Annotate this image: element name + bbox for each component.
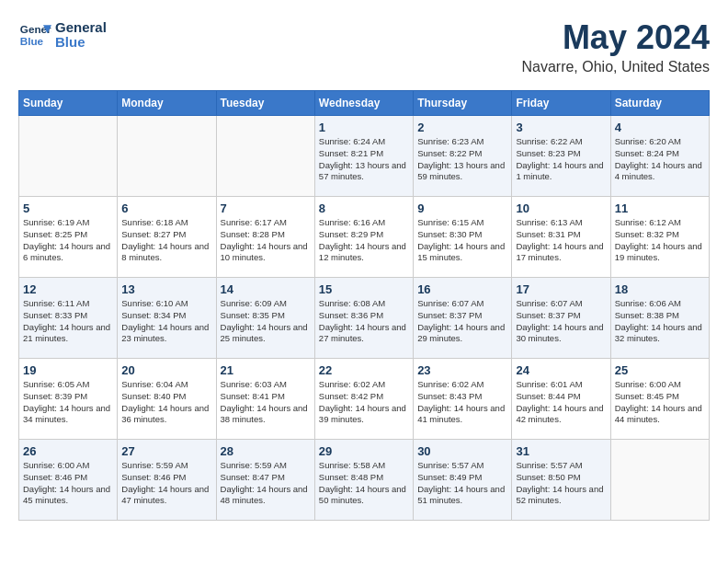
weekday-header-monday: Monday (118, 91, 216, 116)
cell-info: Sunrise: 5:58 AMSunset: 8:48 PMDaylight:… (319, 460, 406, 505)
title-block: May 2024 Navarre, Ohio, United States (521, 18, 710, 75)
calendar-cell: 8 Sunrise: 6:16 AMSunset: 8:29 PMDayligh… (314, 197, 413, 278)
cell-info: Sunrise: 6:09 AMSunset: 8:35 PMDaylight:… (221, 298, 308, 343)
calendar-cell: 23 Sunrise: 6:02 AMSunset: 8:43 PMDaylig… (414, 359, 512, 440)
cell-info: Sunrise: 6:12 AMSunset: 8:32 PMDaylight:… (615, 217, 702, 262)
page-header: General Blue General Blue May 2024 Navar… (18, 18, 710, 75)
day-number: 3 (516, 121, 606, 134)
day-number: 4 (615, 121, 705, 134)
svg-text:Blue: Blue (20, 35, 44, 47)
calendar-week-row: 5 Sunrise: 6:19 AMSunset: 8:25 PMDayligh… (19, 197, 710, 278)
calendar-cell (610, 440, 709, 521)
calendar-cell: 31 Sunrise: 5:57 AMSunset: 8:50 PMDaylig… (512, 440, 610, 521)
calendar-cell: 21 Sunrise: 6:03 AMSunset: 8:41 PMDaylig… (216, 359, 314, 440)
weekday-header-sunday: Sunday (19, 91, 118, 116)
calendar-week-row: 19 Sunrise: 6:05 AMSunset: 8:39 PMDaylig… (19, 359, 710, 440)
day-number: 7 (221, 201, 311, 215)
logo-icon: General Blue (18, 18, 51, 52)
day-number: 17 (516, 282, 606, 296)
calendar-cell: 3 Sunrise: 6:22 AMSunset: 8:23 PMDayligh… (512, 116, 610, 197)
calendar-cell: 27 Sunrise: 5:59 AMSunset: 8:46 PMDaylig… (118, 440, 216, 521)
cell-info: Sunrise: 6:06 AMSunset: 8:38 PMDaylight:… (615, 298, 702, 343)
cell-info: Sunrise: 5:59 AMSunset: 8:46 PMDaylight:… (121, 460, 209, 505)
day-number: 14 (221, 282, 311, 296)
calendar-cell: 28 Sunrise: 5:59 AMSunset: 8:47 PMDaylig… (216, 440, 314, 521)
day-number: 1 (319, 121, 409, 134)
cell-info: Sunrise: 6:13 AMSunset: 8:31 PMDaylight:… (516, 217, 603, 262)
cell-info: Sunrise: 6:19 AMSunset: 8:25 PMDaylight:… (23, 217, 110, 262)
calendar-cell (19, 116, 118, 197)
day-number: 23 (417, 363, 507, 377)
cell-info: Sunrise: 6:01 AMSunset: 8:44 PMDaylight:… (516, 379, 603, 424)
calendar-cell: 1 Sunrise: 6:24 AMSunset: 8:21 PMDayligh… (314, 116, 413, 197)
cell-info: Sunrise: 6:18 AMSunset: 8:27 PMDaylight:… (121, 217, 209, 262)
weekday-header-friday: Friday (512, 91, 610, 116)
cell-info: Sunrise: 6:03 AMSunset: 8:41 PMDaylight:… (221, 379, 308, 424)
calendar-cell: 25 Sunrise: 6:00 AMSunset: 8:45 PMDaylig… (610, 359, 709, 440)
cell-info: Sunrise: 6:23 AMSunset: 8:22 PMDaylight:… (417, 136, 505, 181)
cell-info: Sunrise: 6:17 AMSunset: 8:28 PMDaylight:… (221, 217, 308, 262)
weekday-header-row: SundayMondayTuesdayWednesdayThursdayFrid… (19, 91, 710, 116)
day-number: 22 (319, 363, 409, 377)
day-number: 15 (319, 282, 409, 296)
calendar-cell: 9 Sunrise: 6:15 AMSunset: 8:30 PMDayligh… (414, 197, 512, 278)
calendar-week-row: 12 Sunrise: 6:11 AMSunset: 8:33 PMDaylig… (19, 278, 710, 359)
cell-info: Sunrise: 6:22 AMSunset: 8:23 PMDaylight:… (516, 136, 603, 181)
weekday-header-thursday: Thursday (414, 91, 512, 116)
calendar-week-row: 1 Sunrise: 6:24 AMSunset: 8:21 PMDayligh… (19, 116, 710, 197)
calendar-cell: 18 Sunrise: 6:06 AMSunset: 8:38 PMDaylig… (610, 278, 709, 359)
calendar-cell: 26 Sunrise: 6:00 AMSunset: 8:46 PMDaylig… (19, 440, 118, 521)
day-number: 11 (615, 201, 705, 215)
month-title: May 2024 (521, 18, 710, 57)
cell-info: Sunrise: 6:07 AMSunset: 8:37 PMDaylight:… (516, 298, 603, 343)
calendar-cell: 11 Sunrise: 6:12 AMSunset: 8:32 PMDaylig… (610, 197, 709, 278)
cell-info: Sunrise: 5:57 AMSunset: 8:49 PMDaylight:… (417, 460, 505, 505)
day-number: 24 (516, 363, 606, 377)
day-number: 12 (23, 282, 113, 296)
day-number: 31 (516, 444, 606, 458)
weekday-header-tuesday: Tuesday (216, 91, 314, 116)
cell-info: Sunrise: 5:59 AMSunset: 8:47 PMDaylight:… (221, 460, 308, 505)
calendar-cell: 16 Sunrise: 6:07 AMSunset: 8:37 PMDaylig… (414, 278, 512, 359)
day-number: 30 (417, 444, 507, 458)
day-number: 10 (516, 201, 606, 215)
cell-info: Sunrise: 6:02 AMSunset: 8:42 PMDaylight:… (319, 379, 406, 424)
weekday-header-saturday: Saturday (610, 91, 709, 116)
cell-info: Sunrise: 6:11 AMSunset: 8:33 PMDaylight:… (23, 298, 110, 343)
calendar-cell: 19 Sunrise: 6:05 AMSunset: 8:39 PMDaylig… (19, 359, 118, 440)
calendar-cell (216, 116, 314, 197)
calendar-cell: 20 Sunrise: 6:04 AMSunset: 8:40 PMDaylig… (118, 359, 216, 440)
cell-info: Sunrise: 6:02 AMSunset: 8:43 PMDaylight:… (417, 379, 505, 424)
logo-text-blue: Blue (55, 35, 107, 51)
day-number: 16 (417, 282, 507, 296)
calendar-cell: 22 Sunrise: 6:02 AMSunset: 8:42 PMDaylig… (314, 359, 413, 440)
day-number: 6 (121, 201, 211, 215)
calendar-cell: 7 Sunrise: 6:17 AMSunset: 8:28 PMDayligh… (216, 197, 314, 278)
day-number: 13 (121, 282, 211, 296)
cell-info: Sunrise: 6:08 AMSunset: 8:36 PMDaylight:… (319, 298, 406, 343)
day-number: 29 (319, 444, 409, 458)
day-number: 2 (417, 121, 507, 134)
weekday-header-wednesday: Wednesday (314, 91, 413, 116)
calendar-cell: 2 Sunrise: 6:23 AMSunset: 8:22 PMDayligh… (414, 116, 512, 197)
calendar-cell: 24 Sunrise: 6:01 AMSunset: 8:44 PMDaylig… (512, 359, 610, 440)
cell-info: Sunrise: 6:00 AMSunset: 8:45 PMDaylight:… (615, 379, 702, 424)
calendar-cell: 12 Sunrise: 6:11 AMSunset: 8:33 PMDaylig… (19, 278, 118, 359)
location: Navarre, Ohio, United States (521, 59, 710, 75)
cell-info: Sunrise: 6:05 AMSunset: 8:39 PMDaylight:… (23, 379, 110, 424)
day-number: 8 (319, 201, 409, 215)
day-number: 26 (23, 444, 113, 458)
cell-info: Sunrise: 6:24 AMSunset: 8:21 PMDaylight:… (319, 136, 406, 181)
day-number: 18 (615, 282, 705, 296)
cell-info: Sunrise: 6:16 AMSunset: 8:29 PMDaylight:… (319, 217, 406, 262)
calendar-cell: 17 Sunrise: 6:07 AMSunset: 8:37 PMDaylig… (512, 278, 610, 359)
logo: General Blue General Blue (18, 18, 107, 52)
day-number: 19 (23, 363, 113, 377)
calendar-cell: 13 Sunrise: 6:10 AMSunset: 8:34 PMDaylig… (118, 278, 216, 359)
calendar-cell: 6 Sunrise: 6:18 AMSunset: 8:27 PMDayligh… (118, 197, 216, 278)
day-number: 21 (221, 363, 311, 377)
cell-info: Sunrise: 6:20 AMSunset: 8:24 PMDaylight:… (615, 136, 702, 181)
calendar-cell: 15 Sunrise: 6:08 AMSunset: 8:36 PMDaylig… (314, 278, 413, 359)
calendar-cell: 10 Sunrise: 6:13 AMSunset: 8:31 PMDaylig… (512, 197, 610, 278)
day-number: 20 (121, 363, 211, 377)
